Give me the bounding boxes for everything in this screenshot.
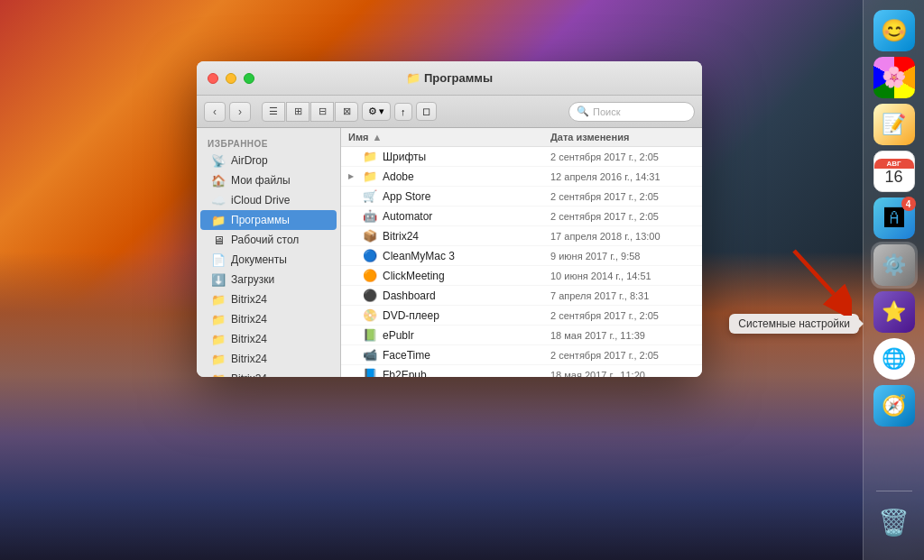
sidebar-icon-bitrix5: 📁	[211, 372, 226, 377]
sidebar-item-downloads[interactable]: ⬇️ Загрузки	[200, 270, 337, 289]
file-row[interactable]: 🛒 App Store 2 сентября 2017 г., 2:05	[341, 187, 702, 207]
file-row-date: 12 апреля 2016 г., 14:31	[550, 171, 695, 182]
view-column-button[interactable]: ⊟	[310, 102, 334, 122]
dock-item-system-preferences[interactable]: ⚙️	[871, 242, 918, 289]
search-box[interactable]: 🔍 Поиск	[568, 102, 695, 122]
col-date-header[interactable]: Дата изменения	[550, 132, 695, 142]
dock-item-safari[interactable]: 🧭	[871, 382, 918, 429]
file-row[interactable]: 🟠 ClickMeeting 10 июня 2014 г., 14:51	[341, 266, 702, 286]
file-name: App Store	[383, 190, 430, 203]
file-row[interactable]: ▶ 📁 Adobe 12 апреля 2016 г., 14:31	[341, 167, 702, 187]
sidebar-label-icloud: iCloud Drive	[231, 194, 290, 207]
file-row-date: 18 мая 2017 г., 11:20	[550, 370, 695, 378]
file-row-date: 2 сентября 2017 г., 2:05	[550, 310, 695, 321]
sidebar-item-bitrix5[interactable]: 📁 Bitrix24	[200, 369, 337, 377]
file-row-date: 10 июня 2014 г., 14:51	[550, 271, 695, 281]
sidebar-icon-bitrix4: 📁	[211, 352, 226, 366]
action-icon: ⚙	[368, 106, 377, 117]
file-row-name: ⚫ Dashboard	[348, 289, 550, 303]
dock-item-finder[interactable]: 😊	[871, 7, 918, 54]
dock-item-imovie[interactable]: ⭐	[871, 289, 918, 335]
dock-items: 😊🌸📝 АВГ 16 🅰 4 ⚙️⭐🌐🧭	[871, 7, 918, 429]
sidebar-items: 📡 AirDrop 🏠 Мои файлы ☁️ iCloud Drive 📁 …	[197, 151, 340, 377]
sidebar-item-documents[interactable]: 📄 Документы	[200, 250, 337, 270]
file-name: Dashboard	[383, 289, 436, 302]
file-icon: 🟠	[363, 269, 377, 283]
sidebar-item-bitrix1[interactable]: 📁 Bitrix24	[200, 289, 337, 309]
file-name: CleanMyMac 3	[383, 250, 455, 262]
sidebar-item-myfiles[interactable]: 🏠 Мои файлы	[200, 170, 337, 190]
dock-item-notes[interactable]: 📝	[871, 101, 918, 148]
file-rows: 📁 Шрифты 2 сентября 2017 г., 2:05 ▶ 📁 Ad…	[341, 147, 702, 377]
file-list: Имя ▲ Дата изменения 📁 Шрифты 2 сентября…	[341, 128, 702, 377]
close-button[interactable]	[208, 73, 218, 84]
file-icon: 🛒	[363, 189, 377, 204]
file-row-date: 2 сентября 2017 г., 2:05	[550, 191, 695, 202]
view-buttons: ☰ ⊞ ⊟ ⊠	[262, 102, 358, 122]
system-preferences-tooltip: Системные настройки	[729, 314, 859, 334]
col-name-header[interactable]: Имя ▲	[348, 132, 550, 142]
sidebar-icon-myfiles: 🏠	[211, 173, 226, 188]
sidebar-item-bitrix2[interactable]: 📁 Bitrix24	[200, 309, 337, 329]
sidebar-label-bitrix4: Bitrix24	[231, 353, 267, 365]
dock-item-photos[interactable]: 🌸	[871, 54, 918, 101]
file-row[interactable]: 📀 DVD-плеер 2 сентября 2017 г., 2:05	[341, 306, 702, 326]
tags-button[interactable]: ◻	[416, 102, 437, 121]
file-row-name: 📘 Fb2Epub	[348, 368, 550, 378]
file-row-name: 📀 DVD-плеер	[348, 308, 550, 323]
file-row[interactable]: 📦 Bitrix24 17 апреля 2018 г., 13:00	[341, 226, 702, 246]
back-button[interactable]: ‹	[204, 102, 226, 122]
file-row-date: 17 апреля 2018 г., 13:00	[550, 231, 695, 242]
finder-body: Избранное 📡 AirDrop 🏠 Мои файлы ☁️ iClou…	[197, 128, 702, 377]
sidebar-item-bitrix3[interactable]: 📁 Bitrix24	[200, 329, 337, 349]
dock-item-appstore[interactable]: 🅰 4	[871, 195, 918, 242]
file-name: DVD-плеер	[383, 309, 439, 322]
svg-line-1	[794, 251, 834, 294]
file-row[interactable]: 📁 Шрифты 2 сентября 2017 г., 2:05	[341, 147, 702, 167]
chrome-icon: 🌐	[873, 338, 915, 380]
calendar-icon: АВГ 16	[873, 151, 915, 192]
file-row-name: ▶ 📁 Adobe	[348, 170, 550, 184]
file-row-date: 18 мая 2017 г., 11:39	[550, 330, 695, 341]
sidebar-label-documents: Документы	[231, 253, 287, 266]
sidebar-label-programs: Программы	[231, 214, 290, 226]
sidebar-section-header: Избранное	[197, 135, 340, 151]
sidebar-icon-icloud: ☁️	[211, 193, 226, 207]
file-row[interactable]: 🤖 Automator 2 сентября 2017 г., 2:05	[341, 207, 702, 226]
title-folder-icon: 📁	[406, 71, 420, 85]
view-cover-button[interactable]: ⊠	[335, 102, 358, 122]
view-icon-button[interactable]: ☰	[262, 102, 285, 122]
dock-item-trash[interactable]: 🗑️	[871, 499, 918, 546]
photos-icon: 🌸	[873, 57, 915, 98]
dock-item-chrome[interactable]: 🌐	[871, 335, 918, 382]
finder-window: 📁 Программы ‹ › ☰ ⊞ ⊟ ⊠ ⚙ ▾ ↑ ◻ 🔍	[197, 61, 702, 377]
file-name: FaceTime	[383, 349, 430, 362]
minimize-button[interactable]	[226, 73, 236, 84]
sidebar-item-programs[interactable]: 📁 Программы	[200, 210, 337, 230]
file-row[interactable]: 📹 FaceTime 2 сентября 2017 г., 2:05	[341, 345, 702, 365]
sidebar-icon-downloads: ⬇️	[211, 272, 226, 287]
sidebar-label-bitrix5: Bitrix24	[231, 372, 267, 377]
file-row[interactable]: ⚫ Dashboard 7 апреля 2017 г., 8:31	[341, 286, 702, 306]
file-row[interactable]: 🔵 CleanMyMac 3 9 июня 2017 г., 9:58	[341, 246, 702, 266]
sidebar-item-bitrix4[interactable]: 📁 Bitrix24	[200, 349, 337, 369]
file-row[interactable]: 📘 Fb2Epub 18 мая 2017 г., 11:20	[341, 365, 702, 377]
dock-item-calendar[interactable]: АВГ 16	[871, 148, 918, 195]
share-button[interactable]: ↑	[394, 103, 412, 121]
file-row-name: 📗 ePublr	[348, 328, 550, 343]
dock-separator	[876, 491, 912, 491]
maximize-button[interactable]	[244, 73, 254, 84]
notes-icon: 📝	[873, 104, 915, 145]
finder-icon: 😊	[873, 10, 915, 51]
view-list-button[interactable]: ⊞	[286, 102, 310, 122]
sidebar-item-airdrop[interactable]: 📡 AirDrop	[200, 151, 337, 170]
file-row-name: 🤖 Automator	[348, 209, 550, 224]
file-row[interactable]: 📗 ePublr 18 мая 2017 г., 11:39	[341, 326, 702, 345]
action-button[interactable]: ⚙ ▾	[362, 102, 391, 121]
sidebar-item-icloud[interactable]: ☁️ iCloud Drive	[200, 190, 337, 210]
forward-button[interactable]: ›	[229, 102, 251, 122]
file-name: Automator	[383, 210, 432, 223]
toolbar: ‹ › ☰ ⊞ ⊟ ⊠ ⚙ ▾ ↑ ◻ 🔍 Поиск	[197, 96, 702, 128]
sidebar-icon-desktop: 🖥	[211, 233, 226, 247]
sidebar-item-desktop[interactable]: 🖥 Рабочий стол	[200, 230, 337, 250]
